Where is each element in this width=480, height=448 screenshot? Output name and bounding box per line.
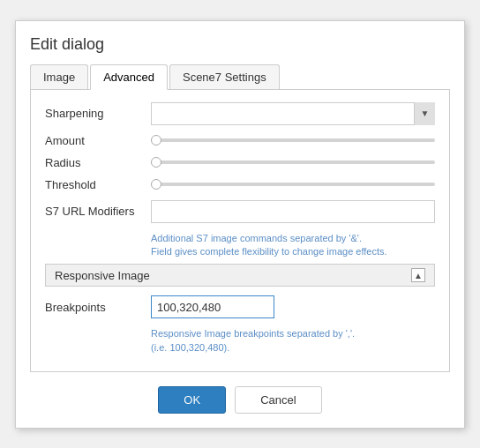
responsive-collapse-button[interactable]: ▲ bbox=[411, 268, 425, 282]
radius-label: Radius bbox=[45, 156, 151, 169]
tab-content-area: Sharpening None Light Medium Strong ▼ bbox=[30, 90, 450, 372]
dialog-footer: OK Cancel bbox=[30, 386, 450, 414]
tab-image[interactable]: Image bbox=[30, 64, 88, 89]
threshold-row: Threshold bbox=[45, 178, 435, 191]
edit-dialog: Edit dialog Image Advanced Scene7 Settin… bbox=[15, 20, 465, 429]
breakpoints-input-wrap bbox=[151, 295, 435, 318]
radius-slider[interactable] bbox=[151, 161, 435, 164]
threshold-slider-wrap[interactable] bbox=[151, 183, 435, 186]
s7url-input-wrap bbox=[151, 200, 435, 223]
threshold-label: Threshold bbox=[45, 178, 151, 191]
amount-row: Amount bbox=[45, 134, 435, 147]
amount-slider[interactable] bbox=[151, 138, 435, 142]
dialog-title: Edit dialog bbox=[30, 35, 450, 54]
sharpening-control: None Light Medium Strong ▼ bbox=[151, 102, 435, 125]
s7url-input[interactable] bbox=[151, 200, 435, 223]
sharpening-select[interactable]: None Light Medium Strong bbox=[151, 102, 435, 125]
tab-scene7[interactable]: Scene7 Settings bbox=[169, 64, 280, 89]
s7url-row: S7 URL Modifiers bbox=[45, 200, 435, 223]
threshold-slider[interactable] bbox=[151, 183, 435, 186]
advanced-tab-content: Sharpening None Light Medium Strong ▼ bbox=[30, 90, 450, 372]
amount-label: Amount bbox=[45, 134, 151, 147]
sharpening-row: Sharpening None Light Medium Strong ▼ bbox=[45, 102, 435, 125]
radius-slider-wrap[interactable] bbox=[151, 161, 435, 164]
sharpening-label: Sharpening bbox=[45, 107, 151, 120]
sharpening-select-wrapper: None Light Medium Strong ▼ bbox=[151, 102, 435, 125]
s7url-label: S7 URL Modifiers bbox=[45, 205, 151, 218]
responsive-section-label: Responsive Image bbox=[55, 269, 150, 282]
cancel-button[interactable]: Cancel bbox=[235, 386, 321, 414]
responsive-section-header: Responsive Image ▲ bbox=[45, 264, 435, 287]
tab-bar: Image Advanced Scene7 Settings bbox=[30, 64, 450, 90]
breakpoints-row: Breakpoints bbox=[45, 295, 435, 318]
amount-slider-wrap[interactable] bbox=[151, 138, 435, 142]
s7url-hint: Additional S7 image commands separated b… bbox=[151, 232, 435, 259]
breakpoints-hint: Responsive Image breakpoints separated b… bbox=[151, 327, 435, 355]
breakpoints-input[interactable] bbox=[151, 295, 274, 318]
tab-advanced[interactable]: Advanced bbox=[90, 64, 168, 90]
ok-button[interactable]: OK bbox=[158, 386, 226, 414]
radius-row: Radius bbox=[45, 156, 435, 169]
breakpoints-label: Breakpoints bbox=[45, 301, 151, 314]
